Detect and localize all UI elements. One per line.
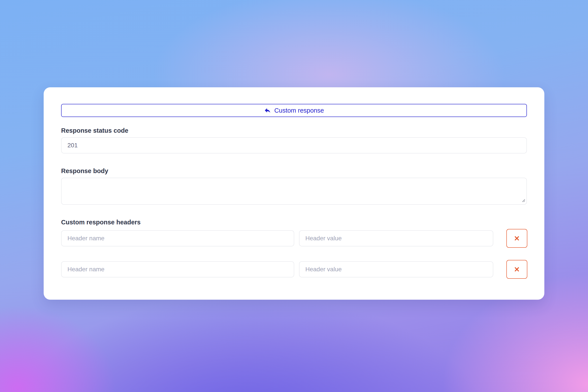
custom-response-headers-group: Custom response headers [61, 218, 527, 279]
custom-response-button-label: Custom response [274, 107, 324, 114]
header-row [61, 229, 527, 248]
custom-response-headers-label: Custom response headers [61, 218, 527, 226]
header-row [61, 260, 527, 279]
response-body-group: Response body [61, 167, 527, 205]
custom-response-button[interactable]: Custom response [61, 104, 527, 117]
remove-header-button[interactable] [506, 229, 527, 248]
header-name-input[interactable] [61, 230, 294, 246]
header-name-input[interactable] [61, 261, 294, 278]
x-icon [514, 235, 520, 242]
response-body-textarea[interactable] [61, 178, 527, 205]
response-status-code-group: Response status code [61, 126, 527, 154]
response-body-label: Response body [61, 167, 527, 175]
header-value-input[interactable] [299, 230, 493, 246]
remove-header-button[interactable] [506, 260, 527, 279]
reply-arrow-icon [264, 107, 271, 114]
header-value-input[interactable] [299, 261, 493, 278]
response-status-code-input[interactable] [61, 137, 527, 154]
response-status-code-label: Response status code [61, 126, 527, 134]
custom-response-card: Custom response Response status code Res… [44, 87, 544, 300]
x-icon [514, 266, 520, 272]
